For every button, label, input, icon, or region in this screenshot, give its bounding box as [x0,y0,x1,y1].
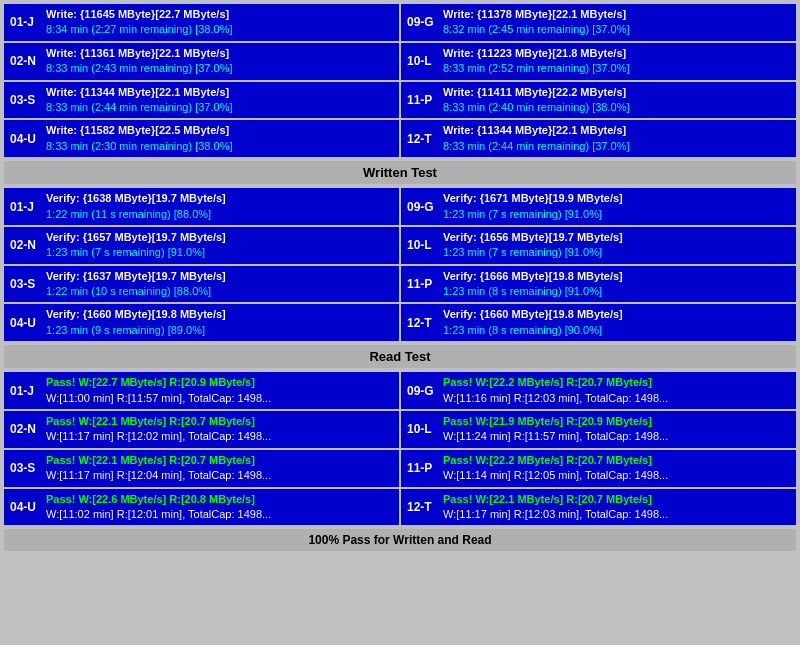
written-test-header: Written Test [4,161,796,184]
pass-row4-grid: 04-U Pass! W:[22.6 MByte/s] R:[20.8 MByt… [4,489,796,526]
written-09g-line2: 8:32 min (2:45 min remaining) [37.0%] [443,22,790,37]
pass-10l-line1: Pass! W:[21.9 MByte/s] R:[20.9 MByte/s] [443,414,790,429]
pass-09g-line1: Pass! W:[22.2 MByte/s] R:[20.7 MByte/s] [443,375,790,390]
written-04u-content: Write: {11582 MByte}[22.5 MByte/s] 8:33 … [46,123,393,154]
pass-01j-cell: 01-J Pass! W:[22.7 MByte/s] R:[20.9 MByt… [4,372,399,409]
written-03s-cell: 03-S Write: {11344 MByte}[22.1 MByte/s] … [4,82,399,119]
written-right-col: 09-G Write: {11378 MByte}[22.1 MByte/s] … [401,4,796,41]
written-03s-content: Write: {11344 MByte}[22.1 MByte/s] 8:33 … [46,85,393,116]
written-09g-label: 09-G [407,15,437,29]
pass-03s-label: 03-S [10,461,40,475]
verify-10l-cell: 10-L Verify: {1656 MByte}[19.7 MByte/s] … [401,227,796,264]
pass-01j-line1: Pass! W:[22.7 MByte/s] R:[20.9 MByte/s] [46,375,393,390]
pass-11p-line2: W:[11:14 min] R:[12:05 min], TotalCap: 1… [443,468,790,483]
written-row3-grid: 03-S Write: {11344 MByte}[22.1 MByte/s] … [4,82,796,119]
verify-01j-line2: 1:22 min (11 s remaining) [88.0%] [46,207,393,222]
pass-11p-line1: Pass! W:[22.2 MByte/s] R:[20.7 MByte/s] [443,453,790,468]
pass-02n-line2: W:[11:17 min] R:[12:02 min], TotalCap: 1… [46,429,393,444]
pass-01j-line2: W:[11:00 min] R:[11:57 min], TotalCap: 1… [46,391,393,406]
verify-03s-label: 03-S [10,277,40,291]
verify-02n-content: Verify: {1657 MByte}[19.7 MByte/s] 1:23 … [46,230,393,261]
written-12t-line1: Write: {11344 MByte}[22.1 MByte/s] [443,123,790,138]
verify-12t-cell: 12-T Verify: {1660 MByte}[19.8 MByte/s] … [401,304,796,341]
written-01j-label: 01-J [10,15,40,29]
pass-row1-grid: 01-J Pass! W:[22.7 MByte/s] R:[20.9 MByt… [4,372,796,409]
verify-10l-line1: Verify: {1656 MByte}[19.7 MByte/s] [443,230,790,245]
written-09g-cell: 09-G Write: {11378 MByte}[22.1 MByte/s] … [401,4,796,41]
verify-10l-label: 10-L [407,238,437,252]
verify-04u-content: Verify: {1660 MByte}[19.8 MByte/s] 1:23 … [46,307,393,338]
written-11p-line2: 8:33 min (2:40 min remaining) [38.0%] [443,100,790,115]
written-row4-grid: 04-U Write: {11582 MByte}[22.5 MByte/s] … [4,120,796,157]
pass-04u-cell: 04-U Pass! W:[22.6 MByte/s] R:[20.8 MByt… [4,489,399,526]
written-12t-cell: 12-T Write: {11344 MByte}[22.1 MByte/s] … [401,120,796,157]
pass-03s-line2: W:[11:17 min] R:[12:04 min], TotalCap: 1… [46,468,393,483]
pass-12t-content: Pass! W:[22.1 MByte/s] R:[20.7 MByte/s] … [443,492,790,523]
pass-09g-label: 09-G [407,384,437,398]
verify-01j-content: Verify: {1638 MByte}[19.7 MByte/s] 1:22 … [46,191,393,222]
written-test-grid: 01-J Write: {11645 MByte}[22.7 MByte/s] … [4,4,796,41]
written-01j-line2: 8:34 min (2:27 min remaining) [38.0%] [46,22,393,37]
pass-01j-label: 01-J [10,384,40,398]
verify-01j-label: 01-J [10,200,40,214]
pass-12t-line2: W:[11:17 min] R:[12:03 min], TotalCap: 1… [443,507,790,522]
written-10l-content: Write: {11223 MByte}[21.8 MByte/s] 8:33 … [443,46,790,77]
pass-09g-cell: 09-G Pass! W:[22.2 MByte/s] R:[20.7 MByt… [401,372,796,409]
written-02n-line2: 8:33 min (2:43 min remaining) [37.0%] [46,61,393,76]
verify-row2-grid: 02-N Verify: {1657 MByte}[19.7 MByte/s] … [4,227,796,264]
pass-12t-label: 12-T [407,500,437,514]
verify-04u-line2: 1:23 min (9 s remaining) [89.0%] [46,323,393,338]
written-12t-label: 12-T [407,132,437,146]
written-03s-label: 03-S [10,93,40,107]
verify-row3-grid: 03-S Verify: {1637 MByte}[19.7 MByte/s] … [4,266,796,303]
main-container: 01-J Write: {11645 MByte}[22.7 MByte/s] … [0,0,800,555]
written-04u-line2: 8:33 min (2:30 min remaining) [38.0%] [46,139,393,154]
verify-11p-line1: Verify: {1666 MByte}[19.8 MByte/s] [443,269,790,284]
written-12t-line2: 8:33 min (2:44 min remaining) [37.0%] [443,139,790,154]
verify-12t-content: Verify: {1660 MByte}[19.8 MByte/s] 1:23 … [443,307,790,338]
pass-02n-content: Pass! W:[22.1 MByte/s] R:[20.7 MByte/s] … [46,414,393,445]
written-02n-content: Write: {11361 MByte}[22.1 MByte/s] 8:33 … [46,46,393,77]
verify-12t-label: 12-T [407,316,437,330]
pass-10l-cell: 10-L Pass! W:[21.9 MByte/s] R:[20.9 MByt… [401,411,796,448]
verify-03s-content: Verify: {1637 MByte}[19.7 MByte/s] 1:22 … [46,269,393,300]
verify-09g-label: 09-G [407,200,437,214]
written-01j-line1: Write: {11645 MByte}[22.7 MByte/s] [46,7,393,22]
written-04u-cell: 04-U Write: {11582 MByte}[22.5 MByte/s] … [4,120,399,157]
written-10l-cell: 10-L Write: {11223 MByte}[21.8 MByte/s] … [401,43,796,80]
pass-03s-cell: 03-S Pass! W:[22.1 MByte/s] R:[20.7 MByt… [4,450,399,487]
pass-04u-line2: W:[11:02 min] R:[12:01 min], TotalCap: 1… [46,507,393,522]
pass-03s-content: Pass! W:[22.1 MByte/s] R:[20.7 MByte/s] … [46,453,393,484]
pass-02n-label: 02-N [10,422,40,436]
pass-row2-grid: 02-N Pass! W:[22.1 MByte/s] R:[20.7 MByt… [4,411,796,448]
written-11p-content: Write: {11411 MByte}[22.2 MByte/s] 8:33 … [443,85,790,116]
written-01j-cell: 01-J Write: {11645 MByte}[22.7 MByte/s] … [4,4,399,41]
written-11p-line1: Write: {11411 MByte}[22.2 MByte/s] [443,85,790,100]
pass-10l-line2: W:[11:24 min] R:[11:57 min], TotalCap: 1… [443,429,790,444]
verify-02n-label: 02-N [10,238,40,252]
written-03s-line1: Write: {11344 MByte}[22.1 MByte/s] [46,85,393,100]
verify-10l-line2: 1:23 min (7 s remaining) [91.0%] [443,245,790,260]
pass-11p-cell: 11-P Pass! W:[22.2 MByte/s] R:[20.7 MByt… [401,450,796,487]
written-09g-content: Write: {11378 MByte}[22.1 MByte/s] 8:32 … [443,7,790,38]
verify-11p-content: Verify: {1666 MByte}[19.8 MByte/s] 1:23 … [443,269,790,300]
verify-04u-label: 04-U [10,316,40,330]
verify-03s-line2: 1:22 min (10 s remaining) [88.0%] [46,284,393,299]
written-10l-line1: Write: {11223 MByte}[21.8 MByte/s] [443,46,790,61]
verify-02n-line1: Verify: {1657 MByte}[19.7 MByte/s] [46,230,393,245]
bottom-status-bar: 100% Pass for Written and Read [4,529,796,551]
pass-row3-grid: 03-S Pass! W:[22.1 MByte/s] R:[20.7 MByt… [4,450,796,487]
verify-04u-cell: 04-U Verify: {1660 MByte}[19.8 MByte/s] … [4,304,399,341]
verify-01j-line1: Verify: {1638 MByte}[19.7 MByte/s] [46,191,393,206]
verify-11p-cell: 11-P Verify: {1666 MByte}[19.8 MByte/s] … [401,266,796,303]
pass-11p-label: 11-P [407,461,437,475]
verify-01j-cell: 01-J Verify: {1638 MByte}[19.7 MByte/s] … [4,188,399,225]
verify-row1-grid: 01-J Verify: {1638 MByte}[19.7 MByte/s] … [4,188,796,225]
pass-09g-content: Pass! W:[22.2 MByte/s] R:[20.7 MByte/s] … [443,375,790,406]
verify-12t-line2: 1:23 min (8 s remaining) [90.0%] [443,323,790,338]
written-11p-label: 11-P [407,93,437,107]
pass-04u-label: 04-U [10,500,40,514]
verify-03s-line1: Verify: {1637 MByte}[19.7 MByte/s] [46,269,393,284]
verify-09g-content: Verify: {1671 MByte}[19.9 MByte/s] 1:23 … [443,191,790,222]
verify-10l-content: Verify: {1656 MByte}[19.7 MByte/s] 1:23 … [443,230,790,261]
